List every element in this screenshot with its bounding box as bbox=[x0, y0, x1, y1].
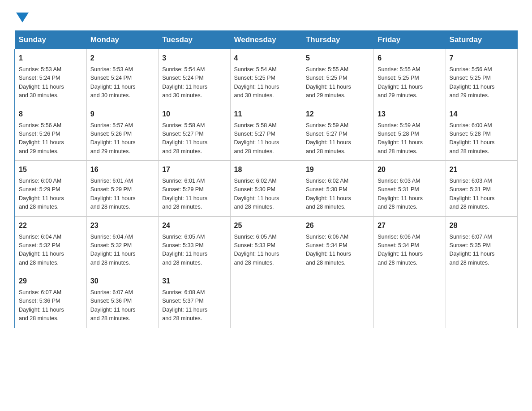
col-header-tuesday: Tuesday bbox=[159, 31, 230, 49]
day-number: 14 bbox=[450, 109, 514, 120]
day-info: Sunrise: 6:07 AM Sunset: 5:36 PM Dayligh… bbox=[90, 288, 154, 323]
calendar-cell: 24 Sunrise: 6:05 AM Sunset: 5:33 PM Dayl… bbox=[159, 216, 230, 272]
day-info: Sunrise: 6:08 AM Sunset: 5:37 PM Dayligh… bbox=[162, 288, 226, 323]
calendar-cell: 27 Sunrise: 6:06 AM Sunset: 5:34 PM Dayl… bbox=[374, 216, 446, 272]
day-number: 9 bbox=[90, 109, 154, 120]
day-number: 27 bbox=[378, 220, 442, 231]
week-row-5: 29 Sunrise: 6:07 AM Sunset: 5:36 PM Dayl… bbox=[15, 272, 518, 328]
day-info: Sunrise: 6:01 AM Sunset: 5:29 PM Dayligh… bbox=[90, 177, 154, 212]
calendar-cell: 22 Sunrise: 6:04 AM Sunset: 5:32 PM Dayl… bbox=[15, 216, 86, 272]
day-info: Sunrise: 6:05 AM Sunset: 5:33 PM Dayligh… bbox=[234, 233, 298, 268]
calendar-cell bbox=[230, 272, 302, 328]
day-number: 24 bbox=[162, 220, 226, 231]
day-info: Sunrise: 5:57 AM Sunset: 5:26 PM Dayligh… bbox=[90, 121, 154, 156]
calendar-cell: 21 Sunrise: 6:03 AM Sunset: 5:31 PM Dayl… bbox=[446, 161, 517, 217]
calendar-cell: 16 Sunrise: 6:01 AM Sunset: 5:29 PM Dayl… bbox=[86, 161, 158, 217]
day-info: Sunrise: 6:03 AM Sunset: 5:31 PM Dayligh… bbox=[378, 177, 442, 212]
day-info: Sunrise: 5:56 AM Sunset: 5:26 PM Dayligh… bbox=[19, 121, 83, 156]
calendar-table: SundayMondayTuesdayWednesdayThursdayFrid… bbox=[14, 30, 518, 328]
calendar-cell: 20 Sunrise: 6:03 AM Sunset: 5:31 PM Dayl… bbox=[374, 161, 446, 217]
col-header-wednesday: Wednesday bbox=[230, 31, 302, 49]
day-number: 19 bbox=[306, 164, 370, 175]
day-info: Sunrise: 6:02 AM Sunset: 5:30 PM Dayligh… bbox=[234, 177, 298, 212]
calendar-cell: 18 Sunrise: 6:02 AM Sunset: 5:30 PM Dayl… bbox=[230, 161, 302, 217]
calendar-cell: 10 Sunrise: 5:58 AM Sunset: 5:27 PM Dayl… bbox=[159, 105, 230, 161]
day-number: 25 bbox=[234, 220, 298, 231]
calendar-cell bbox=[302, 272, 373, 328]
col-header-friday: Friday bbox=[374, 31, 446, 49]
day-info: Sunrise: 5:58 AM Sunset: 5:27 PM Dayligh… bbox=[162, 121, 226, 156]
day-number: 1 bbox=[19, 53, 83, 64]
day-info: Sunrise: 5:56 AM Sunset: 5:25 PM Dayligh… bbox=[450, 65, 514, 100]
calendar-cell: 2 Sunrise: 5:53 AM Sunset: 5:24 PM Dayli… bbox=[86, 49, 158, 105]
day-number: 8 bbox=[19, 109, 83, 120]
week-row-3: 15 Sunrise: 6:00 AM Sunset: 5:29 PM Dayl… bbox=[15, 161, 518, 217]
day-info: Sunrise: 5:59 AM Sunset: 5:27 PM Dayligh… bbox=[306, 121, 370, 156]
calendar-cell: 23 Sunrise: 6:04 AM Sunset: 5:32 PM Dayl… bbox=[86, 216, 158, 272]
day-number: 31 bbox=[162, 276, 226, 287]
calendar-body: 1 Sunrise: 5:53 AM Sunset: 5:24 PM Dayli… bbox=[15, 49, 518, 328]
calendar-cell: 29 Sunrise: 6:07 AM Sunset: 5:36 PM Dayl… bbox=[15, 272, 86, 328]
col-header-monday: Monday bbox=[86, 31, 158, 49]
day-info: Sunrise: 6:01 AM Sunset: 5:29 PM Dayligh… bbox=[162, 177, 226, 212]
day-number: 15 bbox=[19, 164, 83, 175]
week-row-4: 22 Sunrise: 6:04 AM Sunset: 5:32 PM Dayl… bbox=[15, 216, 518, 272]
col-header-thursday: Thursday bbox=[302, 31, 373, 49]
day-info: Sunrise: 6:03 AM Sunset: 5:31 PM Dayligh… bbox=[450, 177, 514, 212]
calendar-cell: 25 Sunrise: 6:05 AM Sunset: 5:33 PM Dayl… bbox=[230, 216, 302, 272]
week-row-1: 1 Sunrise: 5:53 AM Sunset: 5:24 PM Dayli… bbox=[15, 49, 518, 105]
day-number: 4 bbox=[234, 53, 298, 64]
day-info: Sunrise: 5:54 AM Sunset: 5:25 PM Dayligh… bbox=[234, 65, 298, 100]
day-info: Sunrise: 5:55 AM Sunset: 5:25 PM Dayligh… bbox=[378, 65, 442, 100]
day-number: 10 bbox=[162, 109, 226, 120]
logo-arrow-icon bbox=[16, 13, 29, 22]
calendar-cell: 3 Sunrise: 5:54 AM Sunset: 5:24 PM Dayli… bbox=[159, 49, 230, 105]
calendar-cell: 31 Sunrise: 6:08 AM Sunset: 5:37 PM Dayl… bbox=[159, 272, 230, 328]
calendar-cell: 17 Sunrise: 6:01 AM Sunset: 5:29 PM Dayl… bbox=[159, 161, 230, 217]
calendar-cell: 26 Sunrise: 6:06 AM Sunset: 5:34 PM Dayl… bbox=[302, 216, 373, 272]
day-number: 17 bbox=[162, 164, 226, 175]
day-info: Sunrise: 6:04 AM Sunset: 5:32 PM Dayligh… bbox=[19, 233, 83, 268]
day-info: Sunrise: 6:07 AM Sunset: 5:36 PM Dayligh… bbox=[19, 288, 83, 323]
day-number: 30 bbox=[90, 276, 154, 287]
day-info: Sunrise: 6:00 AM Sunset: 5:28 PM Dayligh… bbox=[450, 121, 514, 156]
day-number: 20 bbox=[378, 164, 442, 175]
page-header bbox=[14, 11, 518, 22]
day-number: 26 bbox=[306, 220, 370, 231]
day-info: Sunrise: 5:53 AM Sunset: 5:24 PM Dayligh… bbox=[19, 65, 83, 100]
calendar-cell: 1 Sunrise: 5:53 AM Sunset: 5:24 PM Dayli… bbox=[15, 49, 86, 105]
day-info: Sunrise: 5:59 AM Sunset: 5:28 PM Dayligh… bbox=[378, 121, 442, 156]
day-info: Sunrise: 5:55 AM Sunset: 5:25 PM Dayligh… bbox=[306, 65, 370, 100]
day-number: 3 bbox=[162, 53, 226, 64]
calendar-cell bbox=[446, 272, 517, 328]
day-number: 16 bbox=[90, 164, 154, 175]
calendar-cell: 13 Sunrise: 5:59 AM Sunset: 5:28 PM Dayl… bbox=[374, 105, 446, 161]
logo bbox=[14, 11, 29, 22]
calendar-cell: 28 Sunrise: 6:07 AM Sunset: 5:35 PM Dayl… bbox=[446, 216, 517, 272]
calendar-cell: 12 Sunrise: 5:59 AM Sunset: 5:27 PM Dayl… bbox=[302, 105, 373, 161]
day-info: Sunrise: 6:06 AM Sunset: 5:34 PM Dayligh… bbox=[306, 233, 370, 268]
calendar-cell bbox=[374, 272, 446, 328]
calendar-cell: 15 Sunrise: 6:00 AM Sunset: 5:29 PM Dayl… bbox=[15, 161, 86, 217]
day-number: 2 bbox=[90, 53, 154, 64]
day-number: 13 bbox=[378, 109, 442, 120]
col-header-saturday: Saturday bbox=[446, 31, 517, 49]
day-info: Sunrise: 6:04 AM Sunset: 5:32 PM Dayligh… bbox=[90, 233, 154, 268]
day-number: 18 bbox=[234, 164, 298, 175]
day-number: 28 bbox=[450, 220, 514, 231]
day-info: Sunrise: 6:06 AM Sunset: 5:34 PM Dayligh… bbox=[378, 233, 442, 268]
calendar-cell: 11 Sunrise: 5:58 AM Sunset: 5:27 PM Dayl… bbox=[230, 105, 302, 161]
day-info: Sunrise: 5:58 AM Sunset: 5:27 PM Dayligh… bbox=[234, 121, 298, 156]
calendar-cell: 8 Sunrise: 5:56 AM Sunset: 5:26 PM Dayli… bbox=[15, 105, 86, 161]
day-info: Sunrise: 6:07 AM Sunset: 5:35 PM Dayligh… bbox=[450, 233, 514, 268]
day-info: Sunrise: 5:53 AM Sunset: 5:24 PM Dayligh… bbox=[90, 65, 154, 100]
calendar-header: SundayMondayTuesdayWednesdayThursdayFrid… bbox=[15, 31, 518, 49]
day-number: 7 bbox=[450, 53, 514, 64]
day-number: 21 bbox=[450, 164, 514, 175]
week-row-2: 8 Sunrise: 5:56 AM Sunset: 5:26 PM Dayli… bbox=[15, 105, 518, 161]
calendar-cell: 30 Sunrise: 6:07 AM Sunset: 5:36 PM Dayl… bbox=[86, 272, 158, 328]
calendar-cell: 14 Sunrise: 6:00 AM Sunset: 5:28 PM Dayl… bbox=[446, 105, 517, 161]
calendar-cell: 5 Sunrise: 5:55 AM Sunset: 5:25 PM Dayli… bbox=[302, 49, 373, 105]
day-number: 22 bbox=[19, 220, 83, 231]
day-number: 6 bbox=[378, 53, 442, 64]
